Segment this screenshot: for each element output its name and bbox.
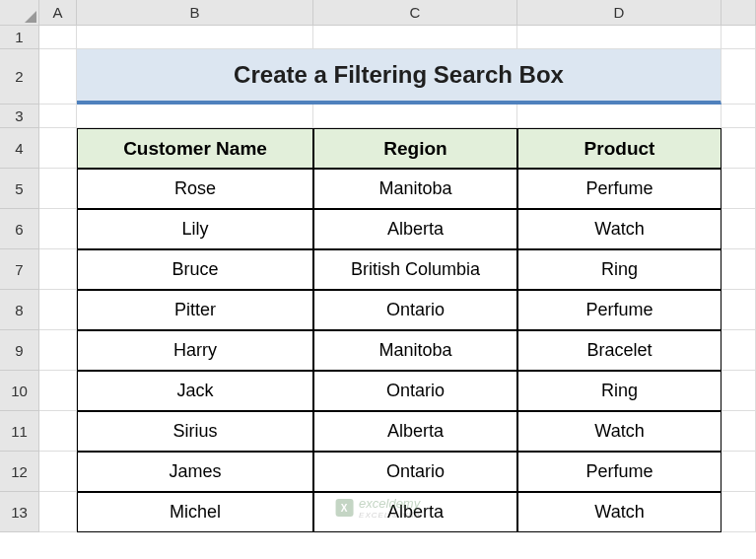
cell-a3[interactable]	[39, 105, 77, 128]
cell-b1[interactable]	[77, 26, 313, 49]
cell-d3[interactable]	[517, 105, 722, 128]
cell-e13[interactable]	[722, 492, 756, 532]
table-row[interactable]: Ring	[517, 371, 722, 411]
cell-e8[interactable]	[722, 290, 756, 330]
col-header-a[interactable]: A	[39, 0, 77, 26]
table-row[interactable]: Michel	[77, 492, 313, 532]
row-header-1[interactable]: 1	[0, 26, 39, 49]
row-header-8[interactable]: 8	[0, 290, 39, 330]
cell-a12[interactable]	[39, 452, 77, 492]
table-row[interactable]: Pitter	[77, 290, 313, 330]
cell-e1[interactable]	[722, 26, 756, 49]
cell-a10[interactable]	[39, 371, 77, 411]
table-row[interactable]: Ring	[517, 249, 722, 290]
col-header-b[interactable]: B	[77, 0, 313, 26]
table-row[interactable]: James	[77, 452, 313, 492]
cell-a5[interactable]	[39, 169, 77, 209]
table-row[interactable]: Ontario	[313, 371, 517, 411]
col-header-e[interactable]	[722, 0, 756, 26]
table-row[interactable]: British Columbia	[313, 249, 517, 290]
cell-c3[interactable]	[313, 105, 517, 128]
cell-a6[interactable]	[39, 209, 77, 249]
cell-e9[interactable]	[722, 330, 756, 371]
table-row[interactable]: Rose	[77, 169, 313, 209]
select-all-corner[interactable]	[0, 0, 39, 26]
cell-e3[interactable]	[722, 105, 756, 128]
table-row[interactable]: Manitoba	[313, 169, 517, 209]
spreadsheet-grid: A B C D 1 2 Create a Filtering Search Bo…	[0, 0, 756, 532]
row-header-11[interactable]: 11	[0, 411, 39, 452]
table-row[interactable]: Watch	[517, 209, 722, 249]
cell-a2[interactable]	[39, 49, 77, 105]
row-header-3[interactable]: 3	[0, 105, 39, 128]
row-header-10[interactable]: 10	[0, 371, 39, 411]
cell-c1[interactable]	[313, 26, 517, 49]
table-row[interactable]: Alberta	[313, 492, 517, 532]
row-header-5[interactable]: 5	[0, 169, 39, 209]
row-header-7[interactable]: 7	[0, 249, 39, 290]
cell-e5[interactable]	[722, 169, 756, 209]
cell-e2[interactable]	[722, 49, 756, 105]
table-header-customer[interactable]: Customer Name	[77, 128, 313, 169]
table-row[interactable]: Ontario	[313, 452, 517, 492]
table-row[interactable]: Perfume	[517, 452, 722, 492]
table-row[interactable]: Alberta	[313, 209, 517, 249]
table-row[interactable]: Jack	[77, 371, 313, 411]
table-row[interactable]: Perfume	[517, 290, 722, 330]
row-header-13[interactable]: 13	[0, 492, 39, 532]
cell-e4[interactable]	[722, 128, 756, 169]
table-header-region[interactable]: Region	[313, 128, 517, 169]
cell-e12[interactable]	[722, 452, 756, 492]
row-header-9[interactable]: 9	[0, 330, 39, 371]
table-row[interactable]: Ontario	[313, 290, 517, 330]
cell-e11[interactable]	[722, 411, 756, 452]
table-row[interactable]: Alberta	[313, 411, 517, 452]
col-header-c[interactable]: C	[313, 0, 517, 26]
cell-e7[interactable]	[722, 249, 756, 290]
cell-a8[interactable]	[39, 290, 77, 330]
cell-a1[interactable]	[39, 26, 77, 49]
table-row[interactable]: Watch	[517, 411, 722, 452]
cell-a9[interactable]	[39, 330, 77, 371]
row-header-12[interactable]: 12	[0, 452, 39, 492]
table-row[interactable]: Harry	[77, 330, 313, 371]
cell-a11[interactable]	[39, 411, 77, 452]
cell-a7[interactable]	[39, 249, 77, 290]
cell-d1[interactable]	[517, 26, 722, 49]
table-row[interactable]: Perfume	[517, 169, 722, 209]
table-row[interactable]: Bruce	[77, 249, 313, 290]
table-row[interactable]: Lily	[77, 209, 313, 249]
table-header-product[interactable]: Product	[517, 128, 722, 169]
cell-a4[interactable]	[39, 128, 77, 169]
cell-a13[interactable]	[39, 492, 77, 532]
row-header-6[interactable]: 6	[0, 209, 39, 249]
row-header-2[interactable]: 2	[0, 49, 39, 105]
row-header-4[interactable]: 4	[0, 128, 39, 169]
table-row[interactable]: Watch	[517, 492, 722, 532]
col-header-d[interactable]: D	[517, 0, 722, 26]
table-row[interactable]: Manitoba	[313, 330, 517, 371]
cell-e10[interactable]	[722, 371, 756, 411]
cell-e6[interactable]	[722, 209, 756, 249]
cell-b3[interactable]	[77, 105, 313, 128]
table-row[interactable]: Sirius	[77, 411, 313, 452]
table-row[interactable]: Bracelet	[517, 330, 722, 371]
page-title[interactable]: Create a Filtering Search Box	[77, 49, 722, 105]
